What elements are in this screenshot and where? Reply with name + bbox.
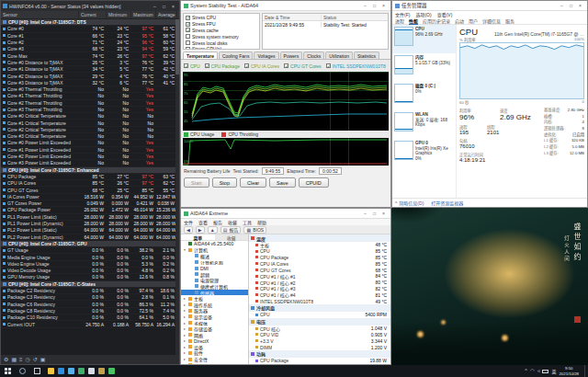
up-icon[interactable]: ▲ <box>208 226 218 234</box>
open-resource-monitor-link[interactable]: 打开资源监视器 <box>431 200 463 206</box>
taskmgr-title-bar[interactable]: 任务管理器 – □ × <box>392 1 587 11</box>
sensor-row[interactable]: IA Cores Power18.516 W0.354 W44.952 W12.… <box>1 194 175 200</box>
column-header[interactable]: Maximum <box>131 11 156 18</box>
sensor-row[interactable]: GPU Memory Usage0.0 %0.0 %12.6 %0.8 % <box>1 274 175 280</box>
log-icon[interactable]: ≡ <box>19 355 23 364</box>
sensor-row[interactable]: Core #166 °C23 °C95 °C58 °C <box>1 33 175 40</box>
sensor-row[interactable]: Package C2 Residency0.0 %0.0 %97.4 %18.6… <box>1 288 175 294</box>
tab-应用历史记录[interactable]: 应用历史记录 <box>423 17 450 24</box>
edge-browser-icon[interactable] <box>58 368 64 374</box>
close-button[interactable]: × <box>379 2 388 9</box>
sensor-row[interactable]: GT Cores Power0.049 W0.000 W0.421 W0.038… <box>1 200 175 207</box>
tree-item[interactable]: 传感器 <box>181 290 248 296</box>
sensor-row[interactable]: PL1 Power Limit (Dynamic)28.000 W28.000 … <box>1 221 175 227</box>
sensor-group-header[interactable]: CPU [#0]: Intel Core i7-1165G7: GPU <box>1 241 175 247</box>
checkbox-icon[interactable] <box>284 63 288 68</box>
aida-title-bar[interactable]: AIDA64 Extreme – □ × <box>181 209 390 219</box>
sensor-row[interactable]: CPU GT Cores68 °C25 °C85 °C55 °C <box>1 187 175 193</box>
close-button[interactable]: × <box>379 210 388 217</box>
tree-item[interactable]: ▸存储设备 <box>181 326 248 332</box>
checkbox-icon[interactable] <box>244 63 249 68</box>
sensor-row[interactable]: Core #0 Thermal ThrottlingNoNoYes <box>1 86 175 93</box>
tree-tab[interactable]: 收藏 <box>215 234 249 240</box>
close-button[interactable]: × <box>169 3 177 10</box>
hwinfo-icon[interactable] <box>68 368 74 374</box>
back-icon[interactable]: ◀ <box>184 226 193 234</box>
tab-用户[interactable]: 用户 <box>469 17 478 24</box>
sensor-row[interactable]: Core #1 Critical TemperatureNoNoNo <box>1 120 175 126</box>
file-explorer-icon[interactable] <box>48 368 54 374</box>
sensor-row[interactable]: +3.3 V3.344 V <box>249 337 390 344</box>
checkbox-icon[interactable] <box>326 63 331 68</box>
tree-item[interactable]: DMI <box>181 265 248 271</box>
hwinfo-title-bar[interactable]: HWiNFO64 v6.00 - Sensor Status [34 value… <box>1 1 179 11</box>
sensor-row[interactable]: PL1 Power Limit (Static)28.000 W28.000 W… <box>1 214 175 221</box>
checkbox-icon[interactable] <box>186 34 190 39</box>
menu-item[interactable]: 查看(V) <box>437 11 453 17</box>
sensor-row[interactable]: CPU 核心1.048 V <box>249 326 390 332</box>
sensor-row[interactable]: Core #0 Power Limit ExceededNoNoYes <box>1 140 175 146</box>
ime-indicator[interactable]: 英 <box>551 368 556 374</box>
tree-item[interactable]: ▸多媒体 <box>181 320 248 326</box>
sensor-row[interactable]: GT Usage0.0 %0.0 %38.2 %2.1 % <box>1 247 175 254</box>
stress-option[interactable]: Stress local disks <box>186 40 257 46</box>
sensor-row[interactable]: CPU5400 RPM <box>249 312 390 318</box>
tree-item[interactable]: AIDA64 v6.25.5400 <box>181 241 248 247</box>
tab-clocks[interactable]: Clocks <box>303 51 324 59</box>
tree-item[interactable]: 计算机名称 <box>181 259 248 266</box>
tab-服务[interactable]: 服务 <box>505 17 514 24</box>
sensor-row[interactable]: Media Engine Usage0.0 %0.0 %0.0 %0.0 % <box>1 254 175 260</box>
tab-启动[interactable]: 启动 <box>455 17 464 24</box>
stress-option[interactable]: Stress FPU <box>186 21 257 28</box>
menu-item[interactable]: 文件(F) <box>395 11 410 17</box>
save-button[interactable]: Save <box>269 177 296 188</box>
sensor-row[interactable]: Core #368 °C23 °C94 °C59 °C <box>1 46 175 52</box>
sensor-row[interactable]: DIMM1.200 V <box>249 344 390 350</box>
sensor-row[interactable]: Package C10 Residency0.0 %0.0 %64.1 %5.0… <box>1 314 175 321</box>
minimize-button[interactable]: – <box>558 2 566 9</box>
tree-item[interactable]: ▸设备 <box>181 344 248 350</box>
sensor-row[interactable]: CPU Package19.88 W <box>249 358 390 364</box>
taskbar-clock[interactable]: 9:50 2021/10/28 <box>559 366 579 375</box>
legend-item[interactable]: CPU Package <box>205 63 240 69</box>
perf-sidebar-item[interactable]: WLAN发送: 0 接收: 168 Kbps <box>392 110 456 139</box>
menu-item[interactable]: 文件 <box>184 219 193 225</box>
tree-item[interactable]: 概述 <box>181 253 248 259</box>
tab-utilization[interactable]: Utilization <box>325 51 353 59</box>
show-desktop-button[interactable] <box>584 365 586 377</box>
volume-icon[interactable]: ◃ <box>537 365 540 377</box>
legend-item[interactable]: CPU <box>184 63 200 69</box>
minimize-button[interactable]: – <box>151 3 159 10</box>
perf-sidebar-item[interactable]: GPU 0Intel(R) Iris(R) Xe Graphics0% <box>392 139 456 167</box>
sensor-row[interactable]: Core #2 Distance to TjMAX29 °C4 °C76 °C4… <box>1 73 175 79</box>
sensor-row[interactable]: Core #3 Thermal ThrottlingNoNoYes <box>1 107 175 113</box>
checkbox-icon[interactable] <box>186 22 190 27</box>
sensor-row[interactable]: CPU Package Power26.092 W1.472 W46.014 W… <box>1 207 175 213</box>
sensor-row[interactable]: Core #1 Distance to TjMAX34 °C5 °C77 °C4… <box>1 66 175 73</box>
game-icon[interactable] <box>98 368 105 374</box>
sensor-row[interactable]: CPU85 °C <box>249 248 390 255</box>
checkbox-icon[interactable] <box>184 63 188 68</box>
stress-option[interactable]: Stress GPU(s) <box>186 46 257 50</box>
start-button[interactable]: Start <box>184 177 209 188</box>
stress-option[interactable]: Stress CPU <box>186 15 257 21</box>
column-header[interactable]: Status <box>322 15 388 20</box>
sensor-row[interactable]: Core #3 Power Limit ExceededNoNoYes <box>1 160 175 166</box>
tree-item[interactable]: ▸网络 <box>181 332 248 338</box>
chat-app-icon[interactable] <box>108 368 115 374</box>
sensor-row[interactable]: Core #0 Critical TemperatureNoNoNo <box>1 113 175 120</box>
sensor-row[interactable]: Core #0 Distance to TjMAX26 °C3 °C76 °C3… <box>1 60 175 66</box>
tab-进程[interactable]: 进程 <box>395 17 404 24</box>
graph-icon[interactable]: ▦ <box>11 355 17 364</box>
sensor-row[interactable]: Core #074 °C24 °C97 °C61 °C <box>1 26 175 32</box>
tab-性能[interactable]: 性能 <box>409 17 418 25</box>
sensor-row[interactable]: Core #271 °C24 °C96 °C60 °C <box>1 40 175 46</box>
column-header[interactable]: Date & Time <box>263 15 322 20</box>
sensor-row[interactable]: CPU #1 / 核心 #481 °C <box>249 291 390 298</box>
sensor-row[interactable]: Core #2 Critical TemperatureNoNoNo <box>1 127 175 133</box>
tab-statistics[interactable]: Statistics <box>354 51 379 59</box>
stop-button[interactable]: Stop <box>212 177 237 188</box>
sensor-row[interactable]: INTEL SSDPEKNW010T849 °C <box>249 298 390 304</box>
sensor-row[interactable]: CPU Package85 °C <box>249 255 390 261</box>
column-header[interactable]: Average <box>156 11 177 18</box>
